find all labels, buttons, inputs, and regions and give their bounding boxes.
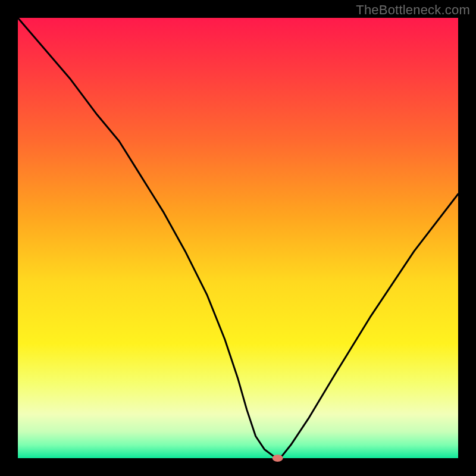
chart-plot-bg [18,18,458,458]
optimal-point-marker [273,455,283,462]
watermark-text: TheBottleneck.com [356,2,470,18]
bottleneck-chart [0,0,476,476]
chart-container: TheBottleneck.com [0,0,476,476]
